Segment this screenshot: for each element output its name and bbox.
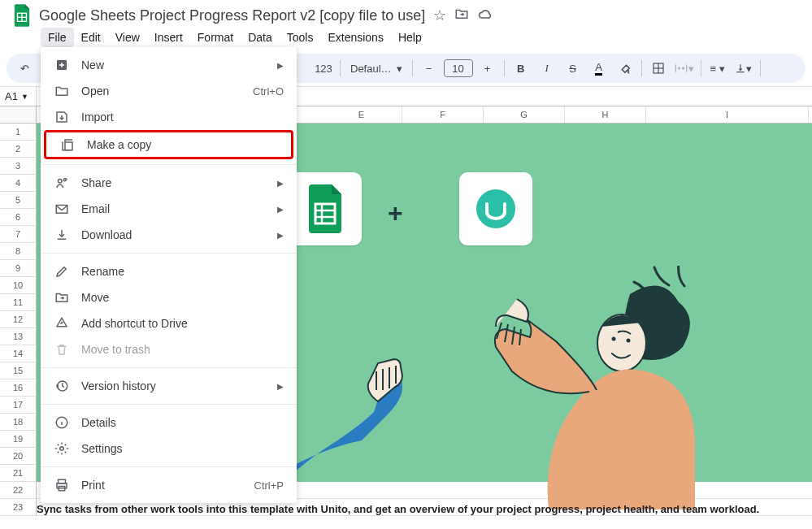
menu-label: Import (81, 111, 284, 124)
menu-format[interactable]: Format (190, 28, 241, 47)
file-import[interactable]: Import (41, 104, 297, 130)
row-header[interactable]: 3 (0, 158, 37, 175)
move-icon (54, 290, 70, 305)
row-header[interactable]: 4 (0, 175, 37, 192)
row-header[interactable]: 12 (0, 311, 37, 328)
menu-label: Move (81, 291, 284, 304)
svg-point-18 (627, 339, 631, 343)
zoom-select[interactable]: 123 (312, 57, 335, 80)
file-share[interactable]: Share ▶ (41, 170, 297, 196)
row-header[interactable]: 14 (0, 345, 37, 362)
strikethrough-button[interactable]: S (562, 57, 584, 80)
merge-button[interactable]: ▾ (673, 57, 696, 80)
menu-data[interactable]: Data (241, 28, 280, 47)
row-header[interactable]: 7 (0, 226, 37, 243)
unito-logo-icon (473, 186, 519, 232)
separator (412, 60, 413, 76)
row-header[interactable]: 9 (0, 260, 37, 277)
doc-title[interactable]: Google Sheets Project Progress Report v2… (39, 7, 425, 24)
separator (41, 466, 297, 467)
row-header[interactable]: 22 (0, 482, 37, 499)
separator (340, 60, 341, 76)
menu-label: Share (81, 176, 277, 189)
undo-button[interactable]: ↶ (13, 57, 36, 80)
row-header[interactable]: 17 (0, 397, 37, 414)
gear-icon (54, 441, 70, 456)
submenu-arrow-icon: ▶ (277, 179, 284, 188)
col-header[interactable]: E (321, 106, 402, 123)
col-header[interactable]: F (402, 106, 484, 123)
row-header[interactable]: 1 (0, 124, 37, 141)
menu-edit[interactable]: Edit (74, 28, 108, 47)
text-color-button[interactable]: A (588, 57, 610, 80)
file-move[interactable]: Move (41, 284, 297, 310)
fill-color-button[interactable] (614, 57, 636, 80)
row-header[interactable]: 10 (0, 277, 37, 294)
separator (701, 60, 701, 76)
file-add-shortcut[interactable]: Add shortcut to Drive (41, 310, 297, 336)
file-rename[interactable]: Rename (41, 258, 297, 284)
menu-tools[interactable]: Tools (280, 28, 321, 47)
row-header[interactable]: 8 (0, 243, 37, 260)
bold-button[interactable]: B (510, 57, 532, 80)
menu-help[interactable]: Help (391, 28, 429, 47)
italic-button[interactable]: I (536, 57, 558, 80)
col-header[interactable]: G (484, 106, 565, 123)
row-header[interactable]: 20 (0, 448, 37, 465)
info-icon (54, 415, 70, 430)
col-header[interactable]: I (646, 106, 809, 123)
file-print[interactable]: Print Ctrl+P (41, 472, 297, 498)
row-header[interactable]: 21 (0, 465, 37, 482)
file-version-history[interactable]: Version history ▶ (41, 373, 297, 399)
menu-insert[interactable]: Insert (147, 28, 190, 47)
row-header[interactable]: 19 (0, 431, 37, 448)
file-download[interactable]: Download ▶ (41, 222, 297, 248)
star-icon[interactable]: ☆ (433, 7, 446, 25)
submenu-arrow-icon: ▶ (277, 382, 284, 391)
submenu-arrow-icon: ▶ (277, 61, 284, 70)
name-box[interactable]: A1▼ (0, 87, 37, 106)
separator (41, 253, 297, 254)
file-menu-dropdown: New ▶ Open Ctrl+O Import Make a copy Sha… (41, 47, 297, 503)
row-header[interactable]: 23 (0, 499, 37, 516)
row-header[interactable]: 15 (0, 362, 37, 379)
file-email[interactable]: Email ▶ (41, 196, 297, 222)
svg-point-30 (60, 447, 64, 451)
description-text: Sync tasks from other work tools into th… (37, 501, 759, 517)
menu-label: Move to trash (81, 343, 284, 356)
menu-file[interactable]: File (41, 28, 74, 47)
row-header[interactable]: 18 (0, 414, 37, 431)
row-header[interactable]: 5 (0, 192, 37, 209)
separator (41, 164, 297, 165)
menu-label: Details (81, 416, 284, 429)
folder-icon (54, 84, 70, 98)
font-size-decrease[interactable]: − (418, 57, 441, 80)
file-make-copy[interactable]: Make a copy (46, 132, 291, 157)
separator (641, 60, 642, 76)
row-header[interactable]: 11 (0, 294, 37, 311)
font-select[interactable]: Defaul… ▾ (345, 63, 407, 75)
move-to-folder-icon[interactable] (454, 7, 469, 25)
col-header[interactable]: H (565, 106, 646, 123)
import-icon (54, 110, 70, 124)
align-button[interactable]: ≡ ▾ (706, 57, 729, 80)
file-details[interactable]: Details (41, 410, 297, 436)
submenu-arrow-icon: ▶ (277, 205, 284, 214)
row-header[interactable]: 2 (0, 141, 37, 158)
font-size-input[interactable]: 10 (444, 59, 473, 77)
valign-button[interactable]: ▾ (732, 57, 755, 80)
select-all-corner[interactable] (0, 106, 37, 123)
menu-label: Email (81, 202, 277, 215)
file-settings[interactable]: Settings (41, 436, 297, 462)
row-header[interactable]: 6 (0, 209, 37, 226)
font-name-label: Defaul… (350, 63, 392, 75)
row-header[interactable]: 13 (0, 328, 37, 345)
cloud-status-icon[interactable] (477, 7, 493, 25)
row-header[interactable]: 16 (0, 379, 37, 397)
font-size-increase[interactable]: + (476, 57, 499, 80)
menu-extensions[interactable]: Extensions (320, 28, 390, 47)
menu-view[interactable]: View (108, 28, 147, 47)
file-open[interactable]: Open Ctrl+O (41, 78, 297, 104)
borders-button[interactable] (647, 57, 670, 80)
file-new[interactable]: New ▶ (41, 52, 297, 78)
